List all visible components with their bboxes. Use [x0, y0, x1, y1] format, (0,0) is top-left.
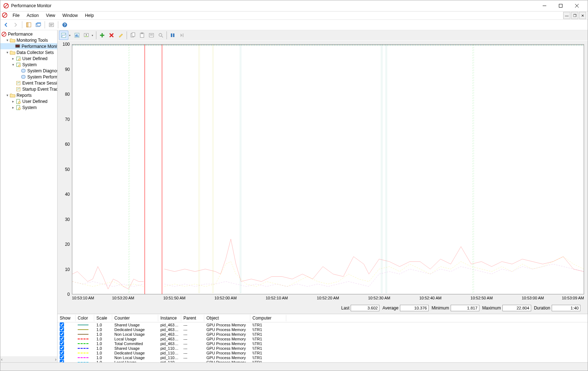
status-bar: [0, 362, 588, 371]
mmc-toolbar: ?: [0, 19, 588, 30]
svg-rect-13: [37, 23, 41, 24]
collapse-icon[interactable]: ▾: [5, 38, 10, 43]
tree-reports[interactable]: ▾ Reports: [0, 92, 57, 98]
color-swatch: [78, 357, 88, 358]
ets-icon: [15, 86, 21, 92]
show-hide-console-tree-icon[interactable]: [24, 21, 33, 29]
svg-rect-56: [171, 33, 172, 37]
properties-icon[interactable]: [147, 31, 156, 40]
view-dropdown-icon[interactable]: ▾: [68, 34, 71, 37]
svg-point-34: [18, 108, 20, 110]
y-tick: 30: [65, 217, 70, 222]
back-button[interactable]: [2, 21, 10, 29]
copy-icon[interactable]: [128, 31, 137, 40]
highlight-icon[interactable]: [116, 31, 126, 40]
counters-table[interactable]: Show Color Scale Counter Instance Parent…: [58, 314, 588, 362]
col-color[interactable]: Color: [76, 315, 94, 321]
tree-dcs-system[interactable]: ▾ System: [0, 62, 57, 68]
report-icon: [15, 99, 21, 104]
menubar: File Action View Window Help — ❐ ✕: [0, 12, 588, 19]
mdi-app-icon[interactable]: [2, 12, 8, 19]
collapse-icon[interactable]: ▾: [5, 93, 10, 98]
properties-icon[interactable]: [47, 21, 56, 29]
table-header[interactable]: Show Color Scale Counter Instance Parent…: [58, 314, 588, 322]
help-icon[interactable]: ?: [60, 21, 69, 29]
col-computer[interactable]: Computer: [250, 315, 286, 321]
tree-event-trace-sessions[interactable]: Event Trace Sessions: [0, 80, 57, 86]
y-tick: 0: [67, 292, 70, 297]
svg-text:?: ?: [64, 23, 66, 27]
tree-monitoring-tools[interactable]: ▾ Monitoring Tools: [0, 37, 57, 43]
menu-file[interactable]: File: [9, 12, 23, 19]
collapse-icon[interactable]: ▾: [10, 62, 15, 67]
svg-rect-41: [85, 36, 88, 37]
menu-window[interactable]: Window: [59, 12, 82, 19]
x-tick: 10:52:50 AM: [470, 296, 493, 300]
expand-icon[interactable]: ▸: [10, 105, 15, 110]
folder-icon: [10, 92, 15, 98]
tree-hscroll[interactable]: ‹›: [0, 356, 57, 362]
dcs-icon: [15, 62, 21, 68]
mdi-minimize-button[interactable]: —: [563, 12, 570, 19]
color-swatch: [78, 353, 88, 353]
delete-counter-icon[interactable]: [107, 31, 116, 40]
minimize-button[interactable]: [536, 0, 552, 11]
paste-icon[interactable]: [137, 31, 147, 40]
plot-area[interactable]: [72, 44, 584, 294]
tree-reports-system[interactable]: ▸ System: [0, 104, 57, 110]
collapse-icon[interactable]: ▾: [5, 50, 10, 55]
tree-system-performance[interactable]: System Performance: [0, 74, 57, 80]
expand-icon[interactable]: ▸: [10, 99, 15, 104]
tree-root[interactable]: Performance: [0, 31, 57, 37]
y-tick: 20: [65, 242, 70, 247]
svg-point-26: [18, 65, 20, 67]
x-tick: 10:53:20 AM: [112, 296, 135, 300]
display-type-icon[interactable]: [72, 31, 82, 40]
zoom-icon[interactable]: [156, 31, 165, 40]
tree-data-collector-sets[interactable]: ▾ Data Collector Sets: [0, 49, 57, 55]
save-dropdown-icon[interactable]: ▾: [91, 34, 94, 37]
show-checkbox[interactable]: [60, 360, 64, 363]
mdi-close-button[interactable]: ✕: [579, 12, 586, 19]
menu-view[interactable]: View: [42, 12, 59, 19]
menu-help[interactable]: Help: [81, 12, 97, 19]
view-graph-icon[interactable]: [59, 31, 68, 40]
maximum-value: 22.804: [502, 305, 531, 311]
table-row[interactable]: 1.0Local Usagepid_1108_l...---GPU Proces…: [58, 360, 588, 362]
new-window-icon[interactable]: [34, 21, 42, 29]
forward-button[interactable]: [11, 21, 20, 29]
menu-action[interactable]: Action: [23, 12, 42, 19]
console-tree[interactable]: Performance ▾ Monitoring Tools Performan…: [0, 30, 58, 362]
tree-startup-ets[interactable]: Startup Event Trace Sessions: [0, 86, 57, 92]
y-tick: 80: [65, 92, 70, 97]
last-value: 3.602: [351, 305, 379, 311]
x-tick: 10:53:10 AM: [72, 296, 94, 300]
freeze-icon[interactable]: [168, 31, 177, 40]
tree-performance-monitor[interactable]: Performance Monitor: [0, 43, 57, 49]
save-icon[interactable]: [82, 31, 91, 40]
col-counter[interactable]: Counter: [112, 315, 158, 321]
maximize-button[interactable]: [552, 0, 569, 11]
color-swatch: [78, 343, 88, 344]
close-button[interactable]: [569, 0, 585, 11]
tree-system-diagnostics[interactable]: System Diagnostics: [0, 68, 57, 74]
chart[interactable]: 0102030405060708090100 10:53:10 AM10:53:…: [58, 41, 588, 314]
app-icon: [3, 3, 9, 9]
tree-reports-user-defined[interactable]: ▸ User Defined: [0, 98, 57, 104]
col-object[interactable]: Object: [204, 315, 250, 321]
update-icon[interactable]: [177, 31, 187, 40]
add-counter-icon[interactable]: [97, 31, 107, 40]
mdi-restore-button[interactable]: ❐: [571, 12, 578, 19]
svg-point-24: [18, 59, 20, 61]
cell-computer: \\TR1: [250, 359, 286, 363]
col-instance[interactable]: Instance: [158, 315, 181, 321]
tree-dcs-user-defined[interactable]: ▸ User Defined: [0, 55, 57, 62]
col-scale[interactable]: Scale: [94, 315, 112, 321]
perfmon-toolbar: ▾ ▾: [58, 30, 588, 41]
color-swatch: [78, 348, 88, 349]
titlebar[interactable]: Performance Monitor: [0, 0, 588, 12]
col-show[interactable]: Show: [58, 315, 76, 321]
col-parent[interactable]: Parent: [181, 315, 204, 321]
expand-icon[interactable]: ▸: [10, 56, 15, 61]
y-tick: 90: [65, 67, 70, 72]
